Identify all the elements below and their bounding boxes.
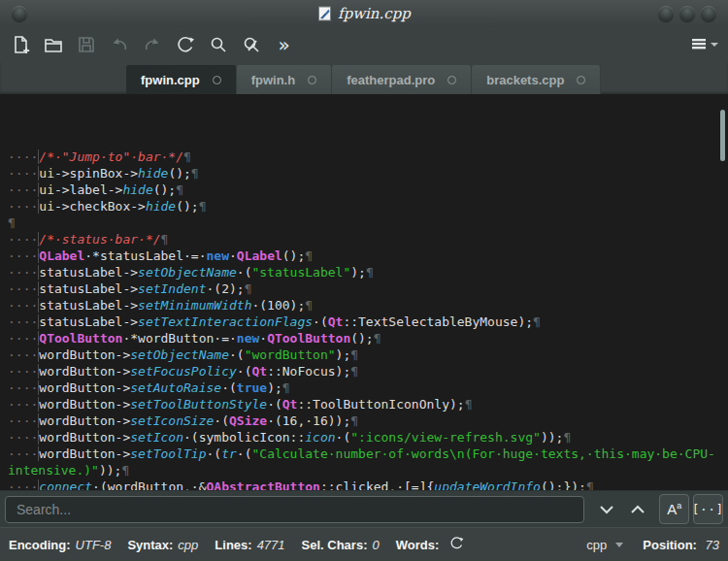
search-input[interactable]: [5, 496, 584, 523]
tab-label: fpwin.cpp: [141, 73, 200, 87]
status-item: Sel. Chars:0: [302, 538, 380, 552]
menu-lines-icon: [690, 36, 708, 53]
search-bar: Aa [··]: [0, 490, 728, 527]
code-line: ¶: [8, 214, 728, 231]
window-title: fpwin.cpp: [338, 5, 411, 22]
code-line: ····ui->spinBox->hide();¶: [8, 165, 728, 182]
code-line: ····ui->label->hide();¶: [8, 182, 728, 198]
tab-featherpad.pro[interactable]: featherpad.pro: [332, 65, 472, 94]
tab-label: fpwin.h: [251, 73, 296, 87]
featherpad-window: fpwin.cpp: [0, 0, 728, 561]
window-title-area: fpwin.cpp: [0, 0, 728, 27]
minimize-button[interactable]: [658, 6, 674, 21]
find-icon[interactable]: [204, 31, 232, 58]
code-line: ····wordButton->setFocusPolicy·(Qt::NoFo…: [8, 363, 728, 380]
tab-close-icon[interactable]: [213, 76, 221, 84]
find-next-button[interactable]: [591, 495, 622, 524]
chevron-down-icon: [599, 505, 614, 514]
combo-arrow-icon: [615, 543, 623, 547]
chevron-up-icon: [630, 505, 645, 514]
code-line: ····ui->checkBox->hide();¶: [8, 198, 728, 214]
tab-fpwin.h[interactable]: fpwin.h: [237, 65, 333, 94]
more-toolbuttons-icon[interactable]: »: [270, 31, 298, 58]
redo-icon: [138, 31, 166, 58]
status-item: Lines:4771: [215, 538, 284, 552]
tab-label: brackets.cpp: [486, 73, 564, 87]
code-area[interactable]: ····/*·"Jump·to"·bar·*/¶····ui->spinBox-…: [0, 94, 728, 490]
chevron-down-icon: [711, 42, 718, 48]
refresh-icon: [448, 535, 465, 551]
code-line: ····/*·status·bar·*/¶: [8, 231, 728, 248]
match-case-icon: Aa: [667, 501, 681, 518]
code-line: ····statusLabel->setIndent·(2);¶: [8, 280, 728, 297]
tab-bar-tabs: fpwin.cppfpwin.hfeatherpad.probrackets.c…: [126, 65, 601, 94]
main-toolbar: »: [0, 27, 728, 62]
save-icon: [72, 31, 100, 58]
syntax-combobox-value: cpp: [586, 538, 607, 552]
find-previous-button[interactable]: [622, 495, 653, 524]
code-line: ····/*·"Jump·to"·bar·*/¶: [8, 148, 728, 165]
position-indicator: Position: 73: [643, 538, 719, 552]
code-line: ····statusLabel->setMinimumWidth·(100);¶: [8, 297, 728, 314]
code-line: ····statusLabel->setTextInteractionFlags…: [8, 314, 728, 330]
open-file-icon[interactable]: [39, 31, 67, 58]
tab-close-icon[interactable]: [447, 76, 456, 84]
whole-word-icon: [··]: [692, 503, 724, 516]
whole-word-button[interactable]: [··]: [693, 494, 723, 524]
tab-label: featherpad.pro: [347, 73, 435, 87]
position-value: 73: [706, 538, 719, 552]
tab-brackets.cpp[interactable]: brackets.cpp: [472, 65, 601, 94]
code-line: ····wordButton->setAutoRaise·(true);¶: [8, 380, 728, 396]
app-icon: [317, 6, 332, 21]
tab-close-icon[interactable]: [308, 76, 316, 84]
syntax-combobox[interactable]: cpp: [586, 538, 623, 552]
status-bar-right: cpp Position: 73: [586, 538, 719, 552]
code-line: ····statusLabel->setObjectName·("statusL…: [8, 264, 728, 280]
status-bar: Encoding:UTF-8Syntax:cppLines:4771Sel. C…: [0, 527, 728, 561]
code-line: ····wordButton->setIconSize·(QSize·(16,·…: [8, 412, 728, 429]
refresh-words-button[interactable]: [448, 535, 465, 554]
code-line: ····QLabel·*statusLabel·=·new·QLabel();¶: [8, 248, 728, 264]
reload-icon[interactable]: [171, 31, 199, 58]
tab-close-icon[interactable]: [577, 76, 585, 84]
title-bar: fpwin.cpp: [0, 0, 728, 28]
code-line: ····connect·(wordButton,·&QAbstractButto…: [8, 478, 728, 490]
undo-icon: [105, 31, 133, 58]
words-label: Words:: [396, 538, 440, 552]
maximize-button[interactable]: [679, 6, 695, 21]
position-label: Position:: [643, 538, 697, 552]
code-line: ····wordButton->setToolButtonStyle·(Qt::…: [8, 396, 728, 412]
menu-button[interactable]: [687, 31, 720, 58]
code-line: ····wordButton->setToolTip·(tr·("Calcula…: [8, 446, 728, 462]
match-case-button[interactable]: Aa: [659, 494, 689, 524]
status-items: Encoding:UTF-8Syntax:cppLines:4771Sel. C…: [9, 538, 380, 552]
code-line: ····wordButton->setObjectName·("wordButt…: [8, 346, 728, 363]
tab-bar: fpwin.cppfpwin.hfeatherpad.probrackets.c…: [0, 62, 728, 94]
code-line: intensive.)"));¶: [8, 462, 728, 478]
code-line: ····QToolButton·*wordButton·=·new·QToolB…: [8, 330, 728, 346]
status-item: Syntax:cpp: [127, 538, 198, 552]
new-file-icon[interactable]: [6, 31, 34, 58]
code-line: ····wordButton->setIcon·(symbolicIcon::i…: [8, 429, 728, 446]
words-group: Words:: [396, 535, 466, 554]
tab-fpwin.cpp[interactable]: fpwin.cpp: [126, 65, 237, 94]
status-item: Encoding:UTF-8: [9, 538, 111, 552]
scrollbar-handle[interactable]: [720, 110, 725, 161]
find-and-replace-icon[interactable]: [237, 31, 265, 58]
close-button[interactable]: [701, 6, 716, 21]
